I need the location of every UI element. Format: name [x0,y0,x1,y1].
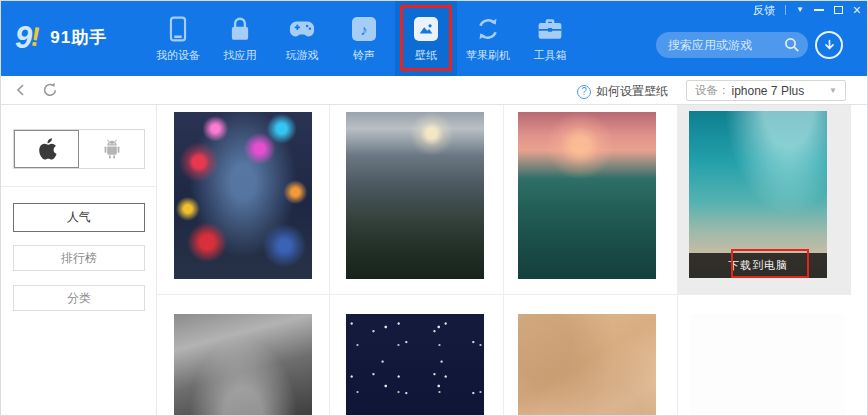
download-manager-button[interactable] [815,31,843,59]
grid-divider [329,105,330,416]
search-box [656,32,808,58]
nav-tab-label: 壁纸 [415,48,437,63]
wallpaper-grid: 下载到电脑 [157,105,868,416]
nav-tab-label: 我的设备 [156,48,200,63]
app-window: 9 ! 91助手 我的设备 找应用 玩游戏 [0,0,868,416]
nav-tab-find-apps[interactable]: 找应用 [209,1,271,76]
question-circle-icon: ? [577,85,591,99]
chevron-down-icon: ▼ [829,86,837,95]
music-note-glyph: ♪ [360,21,368,38]
back-icon[interactable] [14,83,30,99]
nav-tab-label: 苹果刷机 [466,48,510,63]
device-selector[interactable]: 设备： iphone 7 Plus ▼ [686,80,846,101]
download-button-label: 下载到电脑 [728,258,788,273]
wallpaper-icon [413,16,439,42]
wallpaper-thumbnail-starry-sky[interactable] [346,314,484,416]
sidebar-item-categories[interactable]: 分类 [13,285,145,311]
titlebar-separator [785,5,786,15]
lock-bag-icon [227,16,253,42]
search-icon[interactable] [784,37,800,53]
how-to-set-wallpaper-link[interactable]: ? 如何设置壁纸 [577,83,668,100]
app-title: 91助手 [50,26,107,49]
search-input[interactable] [668,32,780,58]
minimize-button[interactable] [814,9,824,11]
download-arrow-icon [822,38,837,53]
wallpaper-thumbnail-neon-street[interactable] [174,112,312,279]
nav-tab-label: 找应用 [224,48,257,63]
nav-tab-ringtones[interactable]: ♪ 铃声 [333,1,395,76]
help-link-label: 如何设置壁纸 [596,83,668,100]
secondary-toolbar: ? 如何设置壁纸 设备： iphone 7 Plus ▼ [1,76,868,105]
main-nav: 我的设备 找应用 玩游戏 ♪ 铃声 [147,1,581,76]
grid-divider [503,105,504,416]
wallpaper-thumbnail-lion[interactable] [174,314,312,416]
platform-apple-button[interactable] [14,130,79,168]
sidebar-item-popular[interactable]: 人气 [13,203,145,232]
device-name: iphone 7 Plus [732,84,805,98]
refresh-icon[interactable] [42,82,58,98]
wallpaper-thumbnail-parchment[interactable] [518,314,656,416]
maximize-button[interactable] [834,6,843,14]
nav-tab-games[interactable]: 玩游戏 [271,1,333,76]
nav-tab-my-device[interactable]: 我的设备 [147,1,209,76]
device-label-prefix: 设备： [695,83,730,98]
nav-tab-apple-flash[interactable]: 苹果刷机 [457,1,519,76]
nav-tab-label: 铃声 [353,48,375,63]
sidebar-item-rankings[interactable]: 排行榜 [13,245,145,271]
titlebar-controls: 反馈 ▼ × [753,3,861,17]
close-button[interactable]: × [853,4,861,16]
app-logo: 9 ! 91助手 [15,15,107,59]
platform-android-button[interactable] [79,130,144,168]
menu-caret-icon[interactable]: ▼ [796,6,804,14]
phone-icon [165,16,191,42]
android-icon [100,136,124,162]
nav-tab-wallpaper[interactable]: 壁纸 [395,1,457,76]
music-note-icon: ♪ [351,16,377,42]
grid-row-divider [157,294,851,295]
sync-icon [475,16,501,42]
sidebar-divider [1,186,157,187]
header-bar: 9 ! 91助手 我的设备 找应用 玩游戏 [1,1,868,76]
nav-tab-label: 玩游戏 [286,48,319,63]
wallpaper-thumbnail-dog[interactable] [689,314,845,416]
wallpaper-thumbnail-ocean-sunset[interactable] [518,112,656,279]
toolbox-icon [537,16,563,42]
apple-icon [36,136,58,162]
nav-tab-label: 工具箱 [534,48,567,63]
platform-toggle [13,129,145,169]
wallpaper-thumbnail-underwater[interactable]: 下载到电脑 [689,111,827,278]
sidebar: 人气 排行榜 分类 [1,105,157,416]
grid-divider [677,105,678,416]
nav-tab-toolbox[interactable]: 工具箱 [519,1,581,76]
gamepad-icon [289,16,315,42]
wallpaper-thumbnail-mountain[interactable] [346,112,484,279]
download-to-pc-button[interactable]: 下载到电脑 [689,253,827,278]
feedback-link[interactable]: 反馈 [753,3,775,18]
